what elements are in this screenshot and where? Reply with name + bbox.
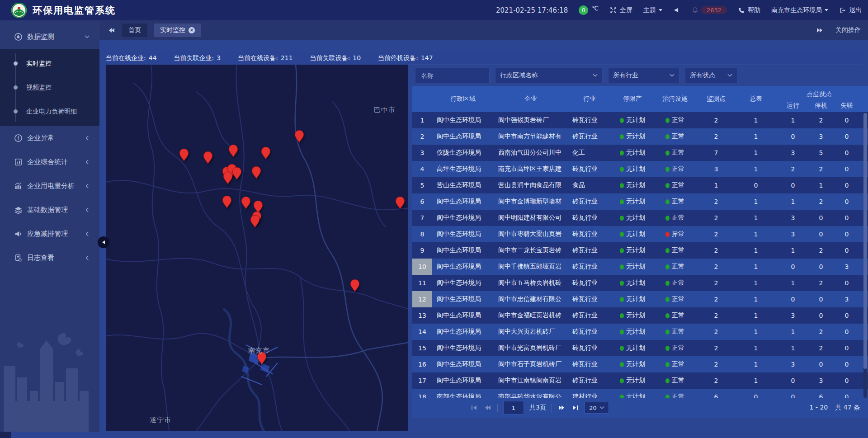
prev-page-button[interactable] (484, 404, 492, 412)
table-row[interactable]: 16阆中生态环境局阆中市石子页岩机砖厂砖瓦行业无计划正常21300 (412, 356, 868, 372)
status-dot-green (665, 313, 670, 318)
table-header: 行政区域 企业 行业 停限产 治污设施 监测点 总表 点位状态 运行 停机 失联 (412, 86, 868, 112)
facility-text: 正常 (672, 377, 684, 385)
cell-facility: 正常 (654, 295, 696, 303)
map-marker[interactable] (350, 279, 360, 292)
last-page-button[interactable] (571, 404, 579, 412)
table-row[interactable]: 14阆中生态环境局阆中大兴页岩机砖厂砖瓦行业无计划正常21120 (412, 324, 868, 340)
alert-circle-icon (14, 134, 23, 143)
notification-badge[interactable]: 2632 (692, 6, 727, 14)
sidebar-item-realtime-monitor[interactable]: 实时监控 (0, 52, 99, 75)
page-size-value: 20 (589, 405, 597, 411)
scrollbar-thumb[interactable] (863, 113, 867, 369)
sidebar-group-data-monitoring[interactable]: 数据监测 (0, 25, 99, 49)
next-page-button[interactable] (557, 404, 566, 412)
column-header-region: 行政区域 (432, 95, 494, 103)
cell-industry: 砖瓦行业 (568, 377, 611, 385)
table-row[interactable]: 7阆中生态环境局阆中明阳建材有限公司砖瓦行业无计划正常21300 (412, 210, 868, 226)
help-label: 帮助 (748, 6, 760, 14)
cell-facility: 正常 (654, 328, 696, 336)
map-marker[interactable] (232, 167, 242, 180)
cell-no: 3 (412, 145, 432, 161)
table-row[interactable]: 8阆中生态环境局阆中市枣碧大梁山页岩砖瓦行业无计划异常21300 (412, 226, 868, 242)
table-row[interactable]: 6阆中生态环境局阆中市金博瑞新型墙材砖瓦行业无计划正常21120 (412, 193, 868, 210)
map-marker[interactable] (228, 144, 238, 158)
region-filter-select[interactable]: 行政区域名称 (495, 68, 603, 83)
cell-total: 1 (736, 279, 776, 287)
table-row[interactable]: 5营山生态环境局营山县润丰肉食品有限食品无计划正常10010 (412, 177, 868, 193)
cell-no: 5 (412, 177, 432, 193)
cell-industry: 砖瓦行业 (568, 132, 611, 141)
tab-realtime-monitor[interactable]: 实时监控 × (154, 24, 201, 37)
sidebar-group-power-analysis[interactable]: 企业用电量分析 (0, 174, 99, 198)
facility-text: 正常 (672, 214, 684, 222)
table-row[interactable]: 17阆中生态环境局阆中市江南镇阆南页岩砖瓦行业无计划正常21030 (412, 372, 868, 389)
map-marker[interactable] (251, 166, 261, 179)
table-row[interactable]: 18南部生态环境局南部县砖华水泥有限公建材行业无计划正常60060 (412, 389, 868, 398)
map-canvas[interactable]: 巴中市南充市遂宁市 (106, 65, 408, 431)
sidebar-item-video-monitor[interactable]: 视频监控 (0, 75, 99, 99)
map-marker[interactable] (223, 171, 233, 185)
page-number-input[interactable] (503, 401, 524, 414)
sidebar-group-enterprise-abnormal[interactable]: 企业异常 (0, 126, 99, 150)
tab-close-icon[interactable]: × (189, 27, 195, 33)
table-row[interactable]: 10阆中生态环境局阆中千佛镇五郎垭页岩砖瓦行业无计划正常21003 (412, 259, 868, 275)
map-marker[interactable] (179, 148, 189, 162)
stop-plan-text: 无计划 (626, 295, 645, 303)
table-scrollbar (863, 112, 867, 398)
org-dropdown[interactable]: 南充市生态环境局 (771, 6, 828, 14)
cell-halt: 2 (810, 117, 832, 124)
map-marker[interactable] (203, 151, 213, 165)
cell-monitor: 2 (696, 198, 736, 205)
industry-filter-select[interactable]: 所有行业 (608, 68, 679, 83)
sidebar-group-enterprise-statistics[interactable]: 企业综合统计 (0, 150, 99, 174)
column-header-stop-plan: 停限产 (611, 95, 654, 103)
sidebar-group-emergency-reduction[interactable]: 应急减排管理 (0, 222, 99, 246)
map-marker[interactable] (294, 130, 304, 143)
datetime-label: 2021-02-25 17:46:18 (496, 6, 568, 14)
sound-button[interactable] (673, 6, 681, 14)
sidebar-group-log-view[interactable]: 日志查看 (0, 246, 99, 270)
map-marker[interactable] (250, 215, 260, 228)
stop-plan-text: 无计划 (626, 181, 645, 189)
sidebar-submenu: 实时监控视频监控企业电力负荷明细 (0, 49, 99, 126)
sidebar-group-base-data[interactable]: 基础数据管理 (0, 198, 99, 222)
table-row[interactable]: 4高坪生态环境局南充市高坪区王家店建砖瓦行业无计划正常31220 (412, 161, 868, 177)
table-row[interactable]: 2阆中生态环境局阆中市南方节能建材有砖瓦行业无计划正常21030 (412, 128, 868, 145)
theme-dropdown[interactable]: 主题 (643, 6, 662, 14)
fullscreen-button[interactable]: 全屏 (609, 6, 632, 14)
map-marker[interactable] (222, 195, 232, 209)
stop-plan-text: 无计划 (626, 263, 645, 271)
page-size-select[interactable]: 20 (585, 402, 609, 414)
table-row[interactable]: 3仪陇生态环境局西南油气田分公司川中化工无计划正常71350 (412, 145, 868, 161)
status-filter-select[interactable]: 所有状态 (685, 68, 737, 83)
cell-region: 南部生态环境局 (432, 393, 494, 398)
map-marker[interactable] (395, 196, 405, 210)
cell-lost: 0 (832, 182, 862, 189)
facility-text: 正常 (672, 165, 684, 173)
panel-collapse-button[interactable] (98, 236, 109, 248)
map-marker[interactable] (241, 196, 251, 210)
table-row[interactable]: 1阆中生态环境局阆中强锐页岩砖厂砖瓦行业无计划正常21120 (412, 112, 868, 128)
table-row[interactable]: 9阆中生态环境局阆中市二龙长宝页岩砖砖瓦行业无计划正常21120 (412, 242, 868, 259)
logout-button[interactable]: 退出 (839, 6, 862, 14)
help-button[interactable]: 帮助 (738, 6, 760, 14)
close-operations-button[interactable]: 关闭操作 (835, 26, 861, 34)
tabs-scroll-left-button[interactable] (108, 26, 116, 34)
first-page-button[interactable] (470, 404, 478, 412)
sidebar-item-power-load-detail[interactable]: 企业电力负荷明细 (0, 99, 99, 123)
map-marker[interactable] (261, 146, 271, 160)
bar-chart-icon (14, 182, 23, 191)
cell-facility: 正常 (654, 263, 696, 271)
name-filter-input[interactable] (420, 71, 485, 80)
table-row[interactable]: 15阆中生态环境局阆中市光富页岩机砖厂砖瓦行业无计划正常21120 (412, 340, 868, 356)
table-row[interactable]: 13阆中生态环境局阆中市金福旺页岩机砖砖瓦行业无计划正常21300 (412, 307, 868, 324)
tab-home[interactable]: 首页 (122, 24, 147, 37)
table-row[interactable]: 12阆中生态环境局阆中市忠信建材有限公砖瓦行业无计划正常21003 (412, 291, 868, 307)
tabs-scroll-right-button[interactable] (816, 26, 824, 34)
chevron-down-icon (659, 9, 662, 11)
cell-facility: 正常 (654, 165, 696, 173)
table-row[interactable]: 11阆中生态环境局阆中市五马桥页岩机砖砖瓦行业无计划正常21120 (412, 275, 868, 291)
page-title: 环保用电监管系统 (33, 0, 116, 20)
stat-item: 当前失联企业:3 (174, 54, 221, 62)
